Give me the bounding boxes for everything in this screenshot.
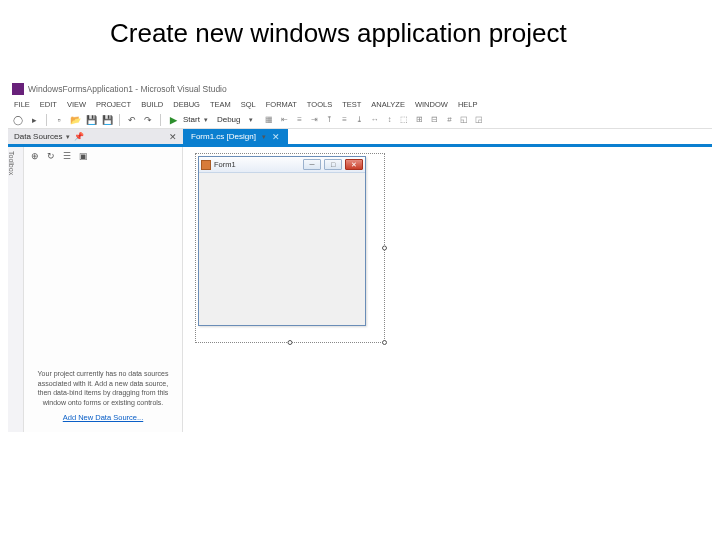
resize-handle-corner[interactable]	[382, 340, 387, 345]
align-middle-icon[interactable]: ≡	[338, 114, 350, 126]
panel-header: Data Sources ▾ 📌 ✕	[8, 129, 183, 144]
menu-analyze[interactable]: ANALYZE	[371, 100, 405, 109]
menu-debug[interactable]: DEBUG	[173, 100, 200, 109]
tab-active[interactable]: Form1.cs [Design] ▾ ✕	[183, 129, 288, 144]
redo-icon[interactable]: ↷	[142, 114, 154, 126]
menu-sql[interactable]: SQL	[241, 100, 256, 109]
close-panel-icon[interactable]: ✕	[169, 132, 177, 142]
menu-bar: FILE EDIT VIEW PROJECT BUILD DEBUG TEAM …	[8, 98, 712, 111]
menu-tools[interactable]: TOOLS	[307, 100, 332, 109]
menu-view[interactable]: VIEW	[67, 100, 86, 109]
resize-handle-bottom[interactable]	[288, 340, 293, 345]
panel-dropdown-icon[interactable]: ▾	[66, 133, 70, 141]
menu-project[interactable]: PROJECT	[96, 100, 131, 109]
size-icon[interactable]: ⬚	[398, 114, 410, 126]
config-selector[interactable]: Debug	[212, 114, 246, 125]
data-sources-panel: ⊕ ↻ ☰ ▣ Your project currently has no da…	[24, 147, 183, 432]
window-title: WindowsFormsApplication1 - Microsoft Vis…	[28, 84, 227, 94]
add-source-icon[interactable]: ⊕	[29, 150, 41, 162]
center-h-icon[interactable]: ⊞	[413, 114, 425, 126]
start-dropdown-icon[interactable]: ▾	[204, 116, 208, 124]
form-titlebar: Form1 ─ □ ✕	[199, 157, 365, 173]
tab-dropdown-icon[interactable]: ▾	[262, 133, 266, 141]
main-toolbar: ◯ ▸ ▫ 📂 💾 💾 ↶ ↷ ▶ Start ▾ Debug ▾ ▦ ⇤ ≡ …	[8, 111, 712, 129]
toolbar-separator	[160, 114, 161, 126]
menu-help[interactable]: HELP	[458, 100, 478, 109]
nav-back-icon[interactable]: ◯	[12, 114, 24, 126]
align-left-icon[interactable]: ⇤	[278, 114, 290, 126]
config-dropdown-icon[interactable]: ▾	[249, 116, 253, 124]
menu-test[interactable]: TEST	[342, 100, 361, 109]
toolbar-separator	[46, 114, 47, 126]
menu-file[interactable]: FILE	[14, 100, 30, 109]
config-source-icon[interactable]: ☰	[61, 150, 73, 162]
tab-label: Form1.cs [Design]	[191, 132, 256, 141]
toolbox-vtab[interactable]: Toolbox	[8, 147, 24, 432]
refresh-source-icon[interactable]: ↻	[45, 150, 57, 162]
open-file-icon[interactable]: 📂	[69, 114, 81, 126]
wizard-icon[interactable]: ▣	[77, 150, 89, 162]
layout-toolbar: ▦ ⇤ ≡ ⇥ ⤒ ≡ ⤓ ↔ ↕ ⬚ ⊞ ⊟ # ◱ ◲	[263, 114, 485, 126]
align-grid-icon[interactable]: ▦	[263, 114, 275, 126]
resize-handle-right[interactable]	[382, 246, 387, 251]
vs-logo-icon	[12, 83, 24, 95]
tab-close-icon[interactable]: ✕	[272, 132, 280, 142]
bring-front-icon[interactable]: ◱	[458, 114, 470, 126]
design-selection[interactable]: Form1 ─ □ ✕	[195, 153, 385, 343]
start-button[interactable]: Start	[183, 115, 200, 124]
panel-title: Data Sources	[14, 132, 62, 141]
form-minimize-button[interactable]: ─	[303, 159, 321, 170]
menu-team[interactable]: TEAM	[210, 100, 231, 109]
sub-header: Data Sources ▾ 📌 ✕ Form1.cs [Design] ▾ ✕	[8, 129, 712, 147]
toolbar-separator	[119, 114, 120, 126]
save-icon[interactable]: 💾	[85, 114, 97, 126]
center-v-icon[interactable]: ⊟	[428, 114, 440, 126]
panel-help-text: Your project currently has no data sourc…	[24, 363, 182, 411]
form-title: Form1	[214, 160, 300, 169]
new-file-icon[interactable]: ▫	[53, 114, 65, 126]
panel-toolbar: ⊕ ↻ ☰ ▣	[24, 147, 182, 165]
form-maximize-button[interactable]: □	[324, 159, 342, 170]
vspace-icon[interactable]: ↕	[383, 114, 395, 126]
menu-edit[interactable]: EDIT	[40, 100, 57, 109]
start-play-icon[interactable]: ▶	[167, 114, 179, 126]
slide-title: Create new windows application project	[110, 18, 567, 49]
pin-icon[interactable]: 📌	[74, 132, 84, 141]
align-top-icon[interactable]: ⤒	[323, 114, 335, 126]
menu-format[interactable]: FORMAT	[266, 100, 297, 109]
visual-studio-window: WindowsFormsApplication1 - Microsoft Vis…	[8, 80, 712, 440]
align-center-icon[interactable]: ≡	[293, 114, 305, 126]
undo-icon[interactable]: ↶	[126, 114, 138, 126]
nav-fwd-icon[interactable]: ▸	[28, 114, 40, 126]
tab-order-icon[interactable]: #	[443, 114, 455, 126]
align-right-icon[interactable]: ⇥	[308, 114, 320, 126]
design-canvas[interactable]: Form1 ─ □ ✕	[183, 147, 712, 432]
menu-window[interactable]: WINDOW	[415, 100, 448, 109]
window-titlebar: WindowsFormsApplication1 - Microsoft Vis…	[8, 80, 712, 98]
winform-preview[interactable]: Form1 ─ □ ✕	[198, 156, 366, 326]
hspace-icon[interactable]: ↔	[368, 114, 380, 126]
send-back-icon[interactable]: ◲	[473, 114, 485, 126]
menu-build[interactable]: BUILD	[141, 100, 163, 109]
form-icon	[201, 160, 211, 170]
align-bottom-icon[interactable]: ⤓	[353, 114, 365, 126]
form-close-button[interactable]: ✕	[345, 159, 363, 170]
save-all-icon[interactable]: 💾	[101, 114, 113, 126]
workspace: Toolbox ⊕ ↻ ☰ ▣ Your project currently h…	[8, 147, 712, 432]
add-data-source-link[interactable]: Add New Data Source...	[24, 411, 182, 432]
